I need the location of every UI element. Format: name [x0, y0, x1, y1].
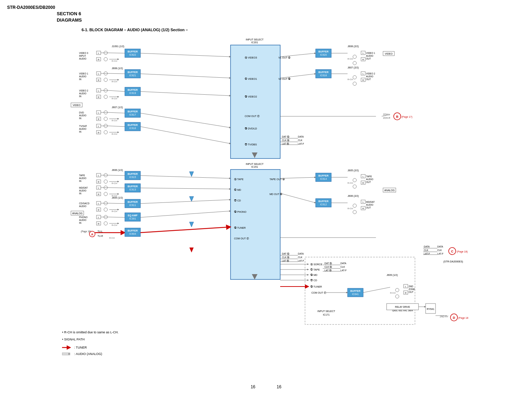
svg-text:VIDEO 3: VIDEO 3	[79, 52, 88, 54]
svg-text:IC301: IC301	[129, 217, 136, 220]
svg-text:R-CH: R-CH	[112, 60, 117, 62]
svg-text:DATA: DATA	[437, 245, 443, 248]
svg-text:CLK ⑭: CLK ⑭	[325, 266, 332, 268]
svg-text:COM OUT ⑰: COM OUT ⑰	[245, 115, 260, 117]
svg-text:R: R	[362, 207, 364, 210]
svg-text:DATA: DATA	[298, 135, 304, 138]
svg-text:AUDIO: AUDIO	[79, 114, 87, 117]
svg-text:㉓ PHONO: ㉓ PHONO	[234, 211, 246, 213]
svg-point-265	[353, 185, 356, 188]
svg-text:R: R	[98, 193, 100, 195]
svg-text:IC641: IC641	[352, 293, 359, 295]
model-header: STR-DA2000ES/DB2000	[7, 5, 55, 10]
svg-point-38	[104, 78, 107, 82]
svg-text:RELAY DRIVE: RELAY DRIVE	[395, 306, 410, 308]
svg-text:㉗ CD: ㉗ CD	[234, 199, 241, 202]
svg-text:CD/SACD: CD/SACD	[79, 202, 90, 205]
svg-line-224	[140, 200, 231, 204]
svg-marker-357	[189, 222, 194, 227]
svg-text:R: R	[98, 118, 100, 120]
svg-text:BUFFER: BUFFER	[128, 173, 138, 175]
svg-text:IC614: IC614	[320, 178, 327, 180]
svg-line-99	[108, 126, 125, 127]
svg-text:R-CH: R-CH	[390, 292, 395, 294]
svg-text:LAT-F: LAT-F	[298, 260, 304, 262]
svg-line-27	[108, 53, 125, 53]
svg-text:J609 (1/2): J609 (1/2)	[387, 274, 398, 277]
svg-text:J607 (2/2): J607 (2/2)	[348, 66, 359, 69]
svg-text:㉗ CD: ㉗ CD	[310, 279, 317, 282]
svg-text:BUFFER: BUFFER	[128, 89, 138, 91]
svg-text:R-CH: R-CH	[112, 224, 117, 226]
svg-text:R: R	[98, 96, 100, 98]
svg-text:DAT ⑮: DAT ⑮	[282, 252, 289, 255]
svg-text:BUFFER: BUFFER	[128, 110, 138, 113]
svg-text:R-CH: R-CH	[348, 58, 353, 60]
svg-text:INPUT SELECT: INPUT SELECT	[246, 38, 264, 41]
svg-text:(STR-DA2000ES): (STR-DA2000ES)	[443, 260, 463, 263]
svg-text:AUDIO: AUDIO	[79, 189, 87, 192]
svg-text:IC621: IC621	[129, 74, 136, 77]
svg-text:ANALOG: ANALOG	[72, 212, 82, 215]
svg-text:(Page 17): (Page 17)	[401, 116, 412, 118]
svg-text:㉓ MD: ㉓ MD	[310, 274, 317, 276]
svg-text:VIDEO: VIDEO	[385, 52, 393, 55]
svg-text:IC619: IC619	[129, 92, 136, 94]
svg-text:R-CH: R-CH	[348, 182, 353, 184]
svg-text:J606 (2/2): J606 (2/2)	[348, 195, 359, 198]
svg-text:OUT: OUT	[366, 206, 371, 209]
svg-line-187	[108, 175, 125, 176]
diagram-title: 6-1. BLOCK DIAGRAM – AUDIO (ANALOG) (1/2…	[82, 28, 188, 32]
svg-text:PHONO: PHONO	[79, 216, 88, 218]
svg-text:AUDIO: AUDIO	[366, 75, 373, 78]
svg-text:ZONE: ZONE	[409, 288, 415, 290]
svg-text:R-CH: R-CH	[112, 182, 117, 184]
svg-marker-358	[189, 248, 194, 252]
svg-line-320	[363, 287, 390, 293]
svg-rect-2	[231, 45, 280, 159]
svg-line-205	[140, 188, 231, 189]
svg-text:OUT: OUT	[366, 181, 371, 183]
svg-line-46	[140, 74, 231, 78]
svg-text:IC612: IC612	[320, 203, 327, 206]
svg-line-83	[140, 113, 231, 128]
svg-text:IC613: IC613	[129, 188, 136, 191]
svg-text:IC151: IC151	[251, 166, 258, 168]
page-number-right: 16	[277, 384, 281, 389]
svg-line-204	[108, 188, 125, 188]
svg-text:VIDEO 2: VIDEO 2	[79, 89, 88, 92]
legend: • R-CH is omitted due to same as L-CH. •…	[62, 329, 118, 357]
svg-marker-356	[189, 196, 194, 201]
svg-text:IC620: IC620	[320, 54, 327, 56]
svg-text:IC622: IC622	[129, 54, 136, 56]
svg-text:2ND: 2ND	[409, 285, 413, 288]
svg-text:D: D	[453, 316, 455, 320]
svg-text:LAT-F: LAT-F	[437, 252, 443, 255]
svg-line-241	[140, 211, 231, 217]
svg-text:IC618: IC618	[320, 74, 327, 77]
svg-point-117	[353, 55, 356, 59]
svg-text:R: R	[98, 132, 100, 134]
svg-text:AUDIO: AUDIO	[79, 92, 87, 95]
svg-line-279	[280, 193, 316, 203]
svg-text:R-CH: R-CH	[112, 120, 117, 122]
svg-text:INPUT SELECT: INPUT SELECT	[246, 163, 264, 165]
svg-text:VIDEO: VIDEO	[73, 104, 81, 106]
svg-text:R: R	[362, 182, 364, 184]
svg-marker-355	[189, 172, 194, 177]
svg-line-114	[280, 53, 316, 57]
svg-text:J608 (1/2): J608 (1/2)	[112, 67, 123, 70]
svg-text:TAPE: TAPE	[366, 175, 372, 178]
svg-text:AUDIO: AUDIO	[366, 204, 373, 206]
svg-text:R: R	[98, 181, 100, 183]
svg-text:OUT: OUT	[366, 57, 371, 60]
svg-text:ANALOG: ANALOG	[384, 189, 394, 191]
section-title: SECTION 6DIAGRAMS	[57, 11, 82, 23]
svg-text:BUFFER: BUFFER	[318, 200, 328, 202]
svg-text:(Page 18): (Page 18)	[457, 250, 468, 253]
svg-text:R-CH: R-CH	[112, 133, 117, 135]
svg-text:DATA: DATA	[298, 252, 304, 255]
svg-text:IC611: IC611	[129, 204, 136, 206]
svg-text:R: R	[362, 79, 364, 81]
svg-point-197	[104, 192, 107, 196]
